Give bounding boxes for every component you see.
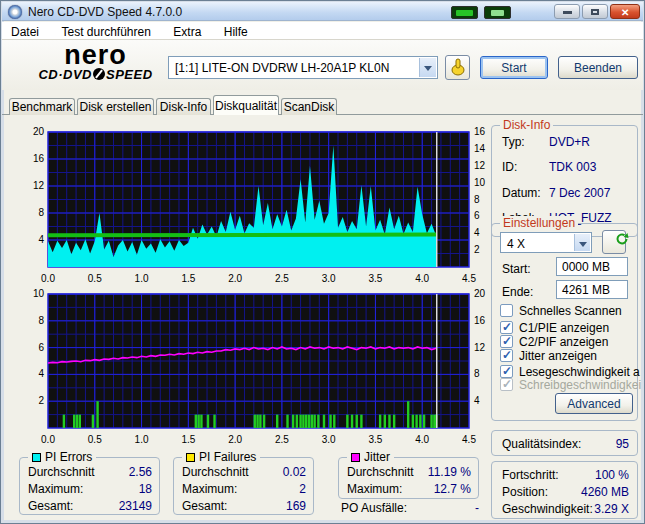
close-button[interactable]: ✕ [610,4,640,19]
speed-select[interactable]: 4 X [500,232,592,253]
axis-tick-label: 1.0 [135,434,149,445]
chevron-down-icon[interactable] [574,234,590,251]
minimize-button[interactable] [554,4,580,19]
axis-tick-label: 16 [474,315,486,326]
maximize-button[interactable] [582,4,608,19]
disk-type-label: Typ: [502,135,525,149]
axis-tick-label: 16 [474,126,486,137]
axis-tick-label: 20 [33,126,45,137]
axis-tick-label: 4.5 [462,434,476,445]
pi-failure-bar [419,415,421,428]
checkbox-icon[interactable] [500,321,513,334]
eject-disc-button[interactable] [445,55,470,80]
end-position-label: Ende: [502,285,533,299]
tab-scandisk[interactable]: ScanDisk [281,98,337,115]
axis-tick-label: 2 [38,395,44,406]
checkbox-c2-pif[interactable]: C2/PIF anzeigen [500,335,633,349]
start-position-field[interactable]: 0000 MB [556,257,628,276]
axis-tick-label: 2 [474,244,480,255]
disk-date-label: Datum: [502,186,541,200]
pi-failure-bar [384,415,386,428]
checkbox-icon[interactable] [500,304,513,317]
window-title: Nero CD-DVD Speed 4.7.0.0 [28,5,182,19]
pi-failure-bar [286,415,288,428]
pi-failure-bar [317,415,319,428]
po-failures-row: PO Ausfälle: - [341,501,479,515]
quality-index-value: 95 [616,437,629,451]
menu-test-durchfuehren[interactable]: Test durchführen [52,23,159,41]
speed-value: 3.29 X [594,502,629,516]
tab-strip: Benchmark Disk erstellen Disk-Info Diskq… [2,95,643,115]
pi-failure-bar [197,415,199,428]
checkbox-jitter[interactable]: Jitter anzeigen [500,349,633,363]
pi-failure-bar [333,415,335,428]
pi-failure-bar [79,415,81,428]
menu-hilfe[interactable]: Hilfe [215,23,257,41]
end-position-field[interactable]: 4261 MB [556,280,628,299]
axis-tick-label: 0.0 [41,434,55,445]
progress-label: Fortschritt: [502,468,559,482]
disk-info-title: Disk-Info [500,118,553,132]
axis-tick-label: 12 [474,160,486,171]
pie-total-value: 23149 [119,499,152,513]
tab-disk-erstellen[interactable]: Disk erstellen [77,98,154,115]
checkbox-icon[interactable] [500,349,513,362]
chevron-down-icon[interactable] [419,58,436,77]
beenden-button[interactable]: Beenden [558,56,638,79]
axis-tick-label: 10 [474,177,486,188]
refresh-speed-button[interactable] [602,230,626,254]
tab-disk-info[interactable]: Disk-Info [156,98,211,115]
cyan-legend-icon [32,453,41,462]
pi-errors-panel-title: PI Errors [28,450,96,464]
checkbox-schnelles-scannen[interactable]: Schnelles Scannen [500,304,633,318]
burner-activity-icon [451,6,478,19]
disk-date-value: 7 Dec 2007 [549,186,610,200]
disk-id-label: ID: [502,160,517,174]
toolbar: nero CD·DVDSPEED [1:1] LITE-ON DVDRW LH-… [2,40,643,90]
axis-tick-label: 20 [474,288,486,299]
hand-icon [446,56,469,79]
tab-benchmark[interactable]: Benchmark [9,98,75,115]
pi-failure-bar [305,415,307,428]
pi-failure-bar [329,415,331,428]
tab-diskqualitaet[interactable]: Diskqualität [213,95,279,115]
nero-logo-text: nero [28,42,163,68]
jitter-pif-chart: 246810481216200.00.51.01.52.02.53.03.54.… [9,282,488,448]
quality-index-panel: Qualitätsindex:95 [491,430,638,456]
disc-activity-icon [484,6,511,19]
checkbox-icon[interactable] [500,335,513,348]
jitter-panel: Jitter Durchschnitt11.19 % Maximum:12.7 … [338,457,479,499]
drive-select[interactable]: [1:1] LITE-ON DVDRW LH-20A1P KL0N [168,56,438,79]
pi-failures-panel: PI Failures Durchschnitt0.02 Maximum:2 G… [173,457,314,515]
pi-failure-bar [379,415,381,428]
menu-datei[interactable]: Datei [2,23,48,41]
pi-failure-bar [200,415,202,428]
yellow-legend-icon [186,453,195,462]
position-value: 4260 MB [581,485,629,499]
pi-failure-bar [76,415,78,428]
slash-disc-icon [93,68,105,80]
axis-tick-label: 2.5 [275,434,289,445]
axis-tick-label: 16 [33,153,45,164]
pi-failure-bar [92,415,94,428]
speed-label: Geschwindigkeit: [502,502,593,516]
speed-select-value: 4 X [507,237,525,251]
axis-tick-label: 4 [474,395,480,406]
axis-tick-label: 10 [33,288,45,299]
lesegeschwindigkeit-x--line [48,235,437,236]
pi-failure-bar [213,415,215,428]
axis-tick-label: 14 [474,143,486,154]
pi-failure-bar [276,415,278,428]
menu-extra[interactable]: Extra [164,23,210,41]
axis-tick-label: 12 [33,180,45,191]
pi-failure-bar [415,415,417,428]
pie-avg-value: 2.56 [129,465,152,479]
checkbox-lesegeschwindigkeit[interactable]: Lesegeschwindigkeit a [500,365,633,379]
pif-avg-value: 0.02 [283,465,306,479]
start-button[interactable]: Start [480,56,548,79]
checkbox-icon [500,378,513,391]
checkbox-c1-pie[interactable]: C1/PIE anzeigen [500,321,633,335]
advanced-button[interactable]: Advanced [555,393,633,414]
pi-failure-bar [292,415,294,428]
menu-bar: Datei Test durchführen Extra Hilfe [2,22,643,40]
